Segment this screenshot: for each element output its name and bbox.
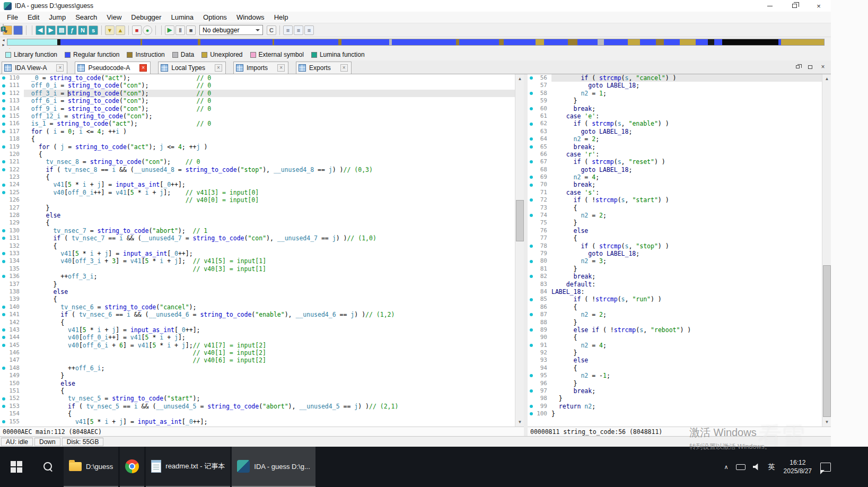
code-text[interactable]: {	[24, 410, 515, 418]
code-text[interactable]: }	[551, 265, 822, 273]
code-line-146[interactable]: 146 // v40[1] = input[2]	[0, 349, 515, 356]
code-line-118[interactable]: 118 {	[0, 135, 515, 143]
left-pane-scrollbar[interactable]: ▲ ▼	[515, 74, 524, 427]
taskbar-button-notepad[interactable]: readme.txt - 记事本	[146, 447, 230, 487]
code-line-113[interactable]: 113 off_6_i = string_to_code("con"); // …	[0, 97, 515, 105]
code-text[interactable]: goto LABEL_18;	[551, 166, 822, 173]
code-text[interactable]: else	[551, 227, 822, 234]
code-text[interactable]: {	[551, 334, 822, 341]
code-text[interactable]: else	[24, 212, 515, 219]
code-line-143[interactable]: 143 v41[5 * i + j] = input_as_int[_0++];	[0, 326, 515, 334]
code-line-67[interactable]: 67 if ( strcmp(s, "reset") )	[528, 158, 822, 166]
code-line-128[interactable]: 128 else	[0, 212, 515, 219]
code-line-64[interactable]: 64 n2 = 2;	[528, 135, 822, 143]
code-line-140[interactable]: 140 tv_nsec_6 = string_to_code("cancel")…	[0, 303, 515, 311]
code-line-124[interactable]: 124 v41[5 * i + j] = input_as_int[_0++];	[0, 181, 515, 188]
code-line-75[interactable]: 75 }	[528, 219, 822, 227]
tab-close-icon[interactable]: ×	[215, 64, 222, 72]
scroll-down-icon[interactable]: ▼	[515, 418, 524, 427]
hidden-icons-chevron-icon[interactable]: ∧	[724, 464, 729, 471]
code-text[interactable]: }	[551, 319, 822, 326]
code-text[interactable]: else	[551, 356, 822, 364]
code-text[interactable]: default:	[551, 281, 822, 288]
code-line-127[interactable]: 127 }	[0, 204, 515, 212]
menu-debugger[interactable]: Debugger	[126, 12, 166, 22]
restore-icon[interactable]	[782, 0, 806, 12]
code-line-131[interactable]: 131 if ( tv_nsec_7 == i && (__unused4_7 …	[0, 234, 515, 242]
code-line-78[interactable]: 78 if ( strcmp(s, "stop") )	[528, 242, 822, 250]
minimize-icon[interactable]	[758, 0, 782, 12]
code-text[interactable]: if ( tv_nsec_5 == i && (__unused4_5 = st…	[24, 403, 515, 410]
strings-window-icon[interactable]: s	[89, 25, 98, 35]
segments-icon[interactable]: ▤	[57, 25, 66, 35]
debugger-options-icon[interactable]: C	[3, 24, 4, 33]
start-process-icon[interactable]: ▶	[165, 25, 174, 35]
code-line-82[interactable]: 82 break;	[528, 273, 822, 280]
attach-process-icon[interactable]: C	[267, 25, 276, 35]
code-text[interactable]: off_6_i = string_to_code("con"); // 0	[24, 97, 515, 105]
code-line-79[interactable]: 79 goto LABEL_18;	[528, 250, 822, 257]
code-line-114[interactable]: 114 off_9_i = string_to_code("con"); // …	[0, 105, 515, 112]
tab-close-icon[interactable]: ×	[139, 64, 147, 72]
code-line-132[interactable]: 132 {	[0, 242, 515, 250]
taskbar-button-explorer[interactable]: D:\guess	[64, 447, 118, 487]
code-line-139[interactable]: 139 {	[0, 295, 515, 303]
code-line-122[interactable]: 122 if ( tv_nsec_8 == i && (__unused4_8 …	[0, 166, 515, 173]
code-text[interactable]: }	[24, 204, 515, 212]
navband-scroll-arrows[interactable]: ◂▸	[1, 38, 6, 48]
code-line-76[interactable]: 76 else	[528, 227, 822, 234]
code-line-151[interactable]: 151 {	[0, 387, 515, 395]
close-pane-icon[interactable]: ×	[817, 62, 829, 72]
menu-view[interactable]: View	[102, 12, 126, 22]
code-line-69[interactable]: 69 n2 = 4;	[528, 173, 822, 181]
code-line-130[interactable]: 130 tv_nsec_7 = string_to_code("abort");…	[0, 227, 515, 234]
code-text[interactable]: goto LABEL_18;	[551, 128, 822, 135]
menu-file[interactable]: File	[2, 12, 23, 22]
code-line-84[interactable]: 84LABEL_18:	[528, 288, 822, 295]
code-text[interactable]: }	[24, 372, 515, 379]
code-text[interactable]: goto LABEL_18;	[551, 250, 822, 257]
code-text[interactable]: if ( strcmp(s, "reset") )	[551, 158, 822, 166]
nav-forward-icon[interactable]: ▶	[46, 25, 56, 35]
maximize-pane-icon[interactable]	[804, 62, 816, 72]
code-line-153[interactable]: 153 if ( tv_nsec_5 == i && (__unused4_5 …	[0, 403, 515, 410]
code-text[interactable]: break;	[551, 181, 822, 188]
code-text[interactable]: v40[off_6_i + 6] = v41[5 * i + j];// v41…	[24, 342, 515, 349]
code-line-56[interactable]: 56 if ( strcmp(s, "cancel") )	[528, 74, 822, 82]
code-line-91[interactable]: 91 n2 = 4;	[528, 342, 822, 349]
code-text[interactable]: }	[551, 410, 822, 418]
taskbar-button-chrome[interactable]	[120, 447, 144, 487]
breakpoint-list-icon[interactable]: ≡	[283, 25, 293, 35]
code-text[interactable]: // v40[1] = input[2]	[24, 349, 515, 356]
code-text[interactable]: n2 = 1;	[551, 90, 822, 97]
code-text[interactable]: off_3_i = string_to_code("con"); // 0	[24, 90, 515, 97]
code-line-62[interactable]: 62 if ( strcmp(s, "enable") )	[528, 120, 822, 127]
nav-back-icon[interactable]: ◀	[36, 25, 45, 35]
code-line-110[interactable]: 110 _0 = string_to_code("act"); // 0	[0, 74, 515, 82]
make-data-icon[interactable]: ■	[132, 25, 142, 35]
touch-keyboard-icon[interactable]	[736, 464, 746, 470]
code-text[interactable]: if ( strcmp(s, "stop") )	[551, 242, 822, 250]
code-text[interactable]: n2 = 2;	[551, 212, 822, 219]
code-line-147[interactable]: 147 // v40[6] = input[2]	[0, 356, 515, 364]
code-text[interactable]: tv_nsec_6 = string_to_code("cancel");	[24, 303, 515, 311]
code-text[interactable]: {	[551, 364, 822, 372]
code-text[interactable]: case 'r':	[551, 151, 822, 158]
code-line-74[interactable]: 74 n2 = 2;	[528, 212, 822, 219]
code-text[interactable]: {	[24, 242, 515, 250]
code-line-65[interactable]: 65 break;	[528, 143, 822, 151]
code-line-95[interactable]: 95 n2 = -1;	[528, 372, 822, 379]
menu-windows[interactable]: Windows	[232, 12, 269, 22]
code-text[interactable]: {	[24, 319, 515, 326]
code-line-99[interactable]: 99 return n2;	[528, 403, 822, 410]
code-text[interactable]: }	[551, 97, 822, 105]
scrollbar-thumb[interactable]	[823, 265, 831, 417]
code-text[interactable]: tv_nsec_8 = string_to_code("con"); // 0	[24, 158, 515, 166]
code-text[interactable]: {	[24, 173, 515, 181]
code-line-100[interactable]: 100}	[528, 410, 822, 418]
code-line-121[interactable]: 121 tv_nsec_8 = string_to_code("con"); /…	[0, 158, 515, 166]
code-text[interactable]: else	[24, 380, 515, 387]
code-text[interactable]: n2 = -1;	[551, 372, 822, 379]
code-line-123[interactable]: 123 {	[0, 173, 515, 181]
code-text[interactable]: else if ( !strcmp(s, "reboot") )	[551, 326, 822, 334]
